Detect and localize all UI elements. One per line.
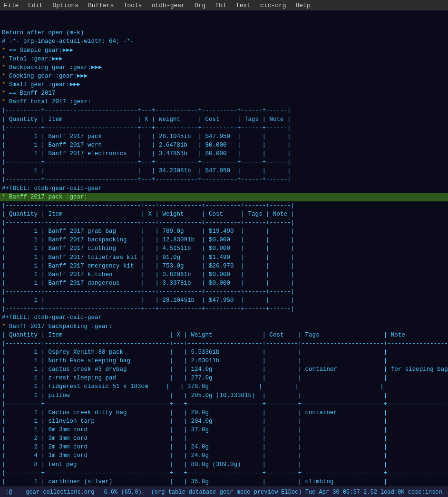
content-line-13: | 1 | Banff 2017 worn | | 2.64781b | $0.… — [0, 141, 448, 149]
content-line-11: |----------+--------------------------+-… — [0, 124, 448, 132]
content-line-4: * Backpacking gear :gear:►►► — [0, 63, 448, 72]
content-line-22: |----------+---------------------------+… — [0, 219, 448, 227]
content-line-7: * == Banff 2017 — [0, 89, 448, 98]
content-line-26: | 1 | Banff 2017 toiletries kit | | 91.0… — [0, 253, 448, 262]
content-line-53: | 1 | caribiner locking | | 41.0g | | cl… — [0, 486, 448, 487]
content-line-9: |----------+--------------------------+-… — [0, 106, 448, 115]
menu-org[interactable]: Org — [193, 1, 207, 10]
content-line-23: | 1 | Banff 2017 grab bag | | 789.0g | $… — [0, 227, 448, 236]
content-line-43: |----------+----------------------------… — [0, 400, 448, 408]
content-line-41: | 1 | ridgerest classic 51 x 183cm | | 3… — [0, 382, 448, 391]
content-line-33: #+TBLEL: otdb-gear-calc-gear — [0, 313, 448, 322]
content-line-1: # -*- org-image-actual-width: 64; -*- — [0, 37, 448, 46]
content-line-24: | 1 | Banff 2017 backpacking | | 12.8309… — [0, 236, 448, 244]
content-line-49: | 4 | 1m 3mm cord | | 24.0g | | | | — [0, 451, 448, 460]
content-line-19: * Banff 2017 pack :gear: — [0, 193, 448, 201]
content-line-12: | 1 | Banff 2017 pack | | 28.1045lb | $4… — [0, 132, 448, 141]
menu-help[interactable]: Help — [294, 1, 312, 10]
content-line-10: | Quantity | Item | X | Weight | Cost | … — [0, 115, 448, 124]
content-line-0: Return after open (m-k) — [0, 29, 448, 37]
content-line-46: | 1 | 6m 3mm cord | | 37.0g | | | | — [0, 426, 448, 434]
content-line-44: | 1 | Cactus creek ditty bag | | 20.0g |… — [0, 408, 448, 417]
content-line-21: | Quantity | Item | X | Weight | Cost | … — [0, 210, 448, 219]
content-line-42: | 1 | pillow | | 205.0g (10.33301b) | | … — [0, 391, 448, 400]
content-line-45: | 1 | silnylon tarp | | 204.0g | | | | — [0, 417, 448, 426]
content-line-50: | 8 | tent peg | | 80.0g (389.0g) | | | … — [0, 460, 448, 469]
menu-tools[interactable]: Tools — [122, 1, 144, 10]
content-line-40: | 1 | z-rest sleeping pad | | 277.0g | |… — [0, 374, 448, 382]
content-line-25: | 1 | Banff 2017 clothing | | 4.51511b |… — [0, 244, 448, 253]
content-line-16: | 1 | | | 34.23081b | $47.950 | | | — [0, 167, 448, 175]
content-line-20: |----------+---------------------------+… — [0, 201, 448, 210]
statusbar-middle: 6.6% (65,0) — [104, 489, 141, 496]
menu-file[interactable]: File — [2, 1, 20, 10]
menu-cic-org[interactable]: cic-org — [258, 1, 288, 10]
menu-text[interactable]: Text — [234, 1, 253, 10]
statusbar-right: (org-table database gear mode preview El… — [151, 489, 442, 496]
content-line-28: | 1 | Banff 2017 kitchen | | 3.82061b | … — [0, 270, 448, 279]
content-line-47: | 2 | 3m 3mm cord | | | | | | — [0, 434, 448, 443]
content-line-32: |----------+---------------------------+… — [0, 305, 448, 313]
content-line-39: | 1 | cactus creek #3 drybag | | 124.0g … — [0, 365, 448, 374]
content-line-51: |----------+----------------------------… — [0, 469, 448, 477]
menu-otdb-gear[interactable]: otdb-gear — [150, 1, 187, 10]
content-line-37: | 1 | Osprey Xenith 88 pack | | 5.53361b… — [0, 348, 448, 357]
content-line-15: |----------+--------------------------+-… — [0, 158, 448, 167]
menu-tbl[interactable]: Tbl — [213, 1, 228, 10]
menubar: File Edit Options Buffers Tools otdb-gea… — [0, 0, 448, 10]
content-line-35: | Quantity | Item | X | Weight | Cost | … — [0, 331, 448, 339]
content-line-31: | 1 | | | 28.10451b | $47.950 | | | — [0, 296, 448, 305]
content-line-2: * == Sample gear:►►► — [0, 46, 448, 55]
menu-edit[interactable]: Edit — [26, 1, 45, 10]
content-line-6: * Small gear :gear:►►► — [0, 80, 448, 89]
content-line-14: | 1 | Banff 2017 electronics | | 3.47851… — [0, 149, 448, 158]
content-line-36: |----------+----------------------------… — [0, 339, 448, 348]
content-line-34: * Banff 2017 backpacking :gear: — [0, 322, 448, 331]
content-line-30: |----------+---------------------------+… — [0, 288, 448, 296]
content-line-38: | 1 | North Face sleeping bag | | 2.6301… — [0, 357, 448, 365]
content-line-18: #+TBLEL: otdb-gear-calc-gear — [0, 184, 448, 193]
menu-buffers[interactable]: Buffers — [86, 1, 116, 10]
statusbar-left: -:@--- gear-collections.org — [2, 489, 94, 496]
content-line-17: |----------+--------------------------+-… — [0, 175, 448, 184]
content-line-8: * Banff total 2017 :gear: — [0, 98, 448, 106]
content-line-5: * Cooking gear :gear:►►► — [0, 72, 448, 80]
content-line-48: | 2 | 2m 3mm cord | | 24.0g | | | | — [0, 443, 448, 451]
menu-options[interactable]: Options — [50, 1, 80, 10]
content-line-52: | 1 | caribiner (silver) | | 35.0g | | c… — [0, 477, 448, 486]
content-line-27: | 1 | Banff 2017 emergency kit | | 753.0… — [0, 262, 448, 270]
content-line-29: | 1 | Banff 2017 dangerous | | 3.33781b … — [0, 279, 448, 288]
statusbar: -:@--- gear-collections.org 6.6% (65,0) … — [0, 487, 448, 497]
main-content: Return after open (m-k)# -*- org-image-a… — [0, 10, 448, 487]
content-line-3: * Total :gear:►►► — [0, 55, 448, 63]
